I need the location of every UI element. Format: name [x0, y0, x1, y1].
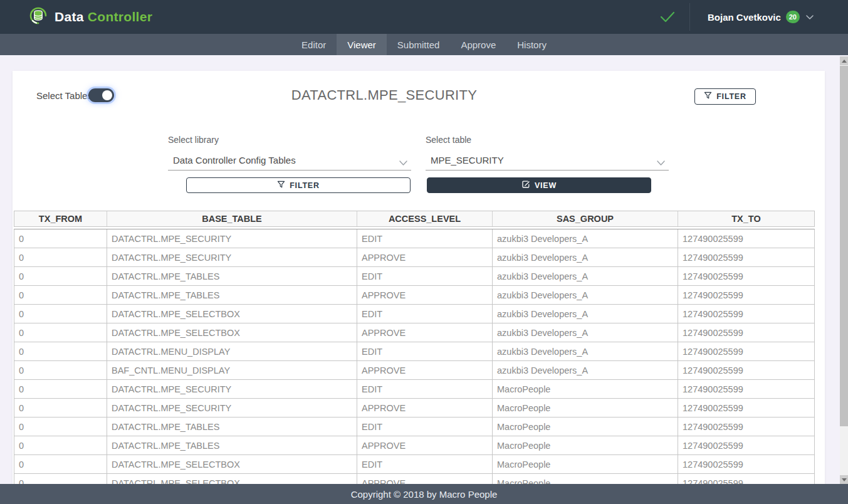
cell-tx-from: 0: [14, 455, 107, 473]
cell-tx-from: 0: [14, 361, 107, 379]
user-count-badge: 20: [786, 11, 800, 23]
main-tabbar: Editor Viewer Submitted Approve History: [0, 34, 848, 55]
page-scrollbar-thumb[interactable]: [840, 66, 848, 426]
table-row: 0 DATACTRL.MPE_SELECTBOX EDIT azukbi3 De…: [14, 305, 814, 323]
app-logo[interactable]: Data Controller: [28, 6, 152, 28]
cell-access-level: EDIT: [357, 305, 493, 323]
library-value: Data Controller Config Tables: [168, 151, 411, 165]
cell-sas-group: azukbi3 Developers_A: [493, 267, 678, 285]
cell-sas-group: azukbi3 Developers_A: [493, 248, 678, 266]
page-title: DATACTRL.MPE_SECURITY: [13, 87, 756, 103]
database-logo-icon: [28, 6, 48, 28]
table-row: 0 DATACTRL.MPE_TABLES APPROVE azukbi3 De…: [14, 286, 814, 305]
tab-viewer[interactable]: Viewer: [337, 34, 387, 55]
table-row: 0 DATACTRL.MPE_SECURITY EDIT MacroPeople…: [14, 380, 814, 399]
scroll-up-arrow-icon[interactable]: [840, 56, 848, 65]
cell-access-level: APPROVE: [357, 361, 493, 379]
cell-access-level: APPROVE: [357, 286, 493, 304]
view-edit-icon: [521, 180, 530, 191]
user-menu[interactable]: Bojan Cvetkovic: [708, 12, 781, 23]
page-scrollbar[interactable]: [840, 56, 848, 484]
cell-sas-group: azukbi3 Developers_A: [493, 361, 678, 379]
table-row: 0 DATACTRL.MPE_SELECTBOX APPROVE azukbi3…: [14, 323, 814, 342]
filter-button[interactable]: FILTER: [186, 177, 411, 193]
table-value: MPE_SECURITY: [426, 151, 669, 165]
cell-tx-to: 127490025599: [678, 455, 814, 473]
cell-tx-to: 127490025599: [678, 323, 814, 342]
cell-tx-from: 0: [14, 267, 107, 285]
table-row: 0 DATACTRL.MPE_TABLES EDIT azukbi3 Devel…: [14, 267, 814, 286]
column-header-tx-from[interactable]: TX_FROM: [14, 211, 107, 226]
column-header-base-table[interactable]: BASE_TABLE: [107, 211, 357, 226]
cell-tx-to: 127490025599: [678, 436, 814, 454]
cell-tx-from: 0: [14, 380, 107, 398]
table-row: 0 DATACTRL.MPE_SECURITY APPROVE azukbi3 …: [14, 248, 814, 267]
table-selector: Select table MPE_SECURITY: [426, 135, 669, 171]
cell-tx-to: 127490025599: [678, 380, 814, 398]
cell-access-level: EDIT: [357, 380, 493, 398]
tab-editor[interactable]: Editor: [291, 34, 337, 55]
filter-button-label: FILTER: [290, 181, 320, 190]
grid-body: 0 DATACTRL.MPE_SECURITY EDIT azukbi3 Dev…: [14, 229, 815, 484]
status-check-icon: [659, 11, 676, 23]
cell-sas-group: MacroPeople: [493, 455, 678, 473]
table-row: 0 DATACTRL.MPE_SECURITY EDIT azukbi3 Dev…: [14, 229, 814, 248]
cell-base-table: DATACTRL.MPE_SELECTBOX: [107, 305, 357, 323]
tab-submitted[interactable]: Submitted: [387, 34, 451, 55]
top-navbar: Data Controller Bojan Cvetkovic 20: [0, 0, 848, 34]
cell-tx-from: 0: [14, 417, 107, 436]
cell-tx-to: 127490025599: [678, 229, 814, 248]
view-button[interactable]: VIEW: [427, 177, 651, 193]
cell-access-level: APPROVE: [357, 474, 493, 484]
cell-access-level: EDIT: [357, 417, 493, 436]
cell-base-table: DATACTRL.MPE_SELECTBOX: [107, 474, 357, 484]
cell-tx-from: 0: [14, 248, 107, 266]
scroll-down-arrow-icon[interactable]: [840, 475, 848, 484]
chevron-down-icon: [657, 157, 665, 169]
cell-base-table: DATACTRL.MPE_TABLES: [107, 286, 357, 304]
column-header-tx-to[interactable]: TX_TO: [678, 211, 814, 226]
cell-base-table: DATACTRL.MPE_SECURITY: [107, 229, 357, 248]
cell-tx-from: 0: [14, 399, 107, 417]
cell-sas-group: MacroPeople: [493, 436, 678, 454]
cell-tx-from: 0: [14, 474, 107, 484]
copyright-text: Copyright © 2018 by Macro People: [351, 489, 498, 500]
cell-tx-to: 127490025599: [678, 399, 814, 417]
cell-access-level: EDIT: [357, 342, 493, 360]
cell-sas-group: MacroPeople: [493, 474, 678, 484]
cell-base-table: DATACTRL.MPE_SECURITY: [107, 248, 357, 266]
column-header-access-level[interactable]: ACCESS_LEVEL: [357, 211, 493, 226]
cell-sas-group: azukbi3 Developers_A: [493, 305, 678, 323]
table-row: 0 DATACTRL.MPE_SELECTBOX APPROVE MacroPe…: [14, 474, 814, 484]
cell-base-table: DATACTRL.MPE_TABLES: [107, 267, 357, 285]
cell-access-level: APPROVE: [357, 436, 493, 454]
table-row: 0 DATACTRL.MPE_SELECTBOX EDIT MacroPeopl…: [14, 455, 814, 474]
chevron-down-icon: [399, 157, 407, 169]
table-row: 0 BAF_CNTL.MENU_DISPLAY APPROVE azukbi3 …: [14, 361, 814, 380]
chevron-down-icon[interactable]: [806, 11, 814, 23]
cell-tx-to: 127490025599: [678, 342, 814, 360]
data-grid: TX_FROM BASE_TABLE ACCESS_LEVEL SAS_GROU…: [14, 211, 815, 484]
viewer-card: Select Tables DATACTRL.MPE_SECURITY FILT…: [13, 71, 825, 484]
cell-access-level: APPROVE: [357, 248, 493, 266]
cell-access-level: EDIT: [357, 455, 493, 473]
cell-tx-to: 127490025599: [678, 248, 814, 266]
cell-base-table: DATACTRL.MPE_SECURITY: [107, 380, 357, 398]
cell-sas-group: MacroPeople: [493, 417, 678, 436]
column-header-sas-group[interactable]: SAS_GROUP: [493, 211, 678, 226]
cell-base-table: DATACTRL.MENU_DISPLAY: [107, 342, 357, 360]
app-title: Data Controller: [55, 9, 152, 24]
tab-approve[interactable]: Approve: [450, 34, 506, 55]
cell-tx-to: 127490025599: [678, 305, 814, 323]
cell-sas-group: MacroPeople: [493, 399, 678, 417]
table-row: 0 DATACTRL.MPE_SECURITY APPROVE MacroPeo…: [14, 399, 814, 417]
cell-base-table: DATACTRL.MPE_SECURITY: [107, 399, 357, 417]
filter-button-top[interactable]: FILTER: [694, 88, 756, 105]
library-label: Select library: [168, 135, 411, 145]
library-select[interactable]: Data Controller Config Tables: [168, 151, 411, 171]
cell-base-table: DATACTRL.MPE_SELECTBOX: [107, 455, 357, 473]
tab-history[interactable]: History: [506, 34, 557, 55]
table-select[interactable]: MPE_SECURITY: [426, 151, 669, 171]
cell-sas-group: azukbi3 Developers_A: [493, 323, 678, 342]
cell-tx-from: 0: [14, 342, 107, 360]
